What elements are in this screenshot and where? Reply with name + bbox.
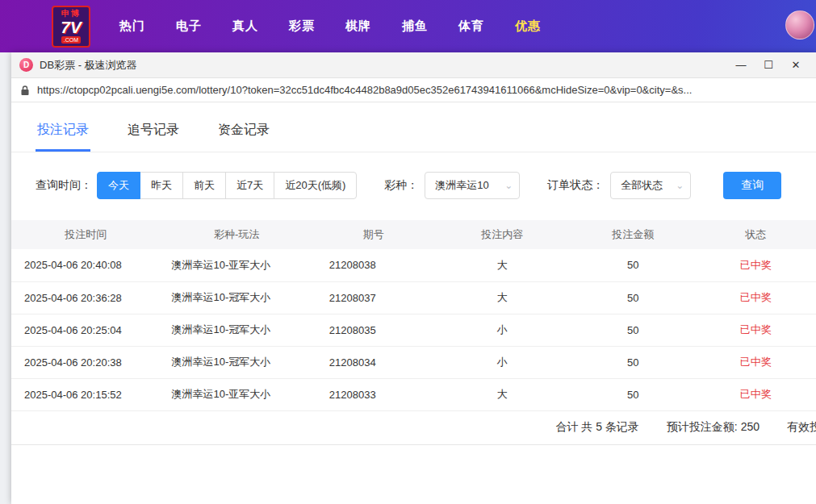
browser-tab-icon: D	[19, 58, 33, 72]
header-status: 状态	[695, 220, 816, 249]
cell-bet-content: 小	[433, 314, 570, 346]
url-bar[interactable]: https://ctopcp02pcali.uengi5e.com/lotter…	[11, 78, 816, 102]
summary-valid-amount: 有效投注金额	[787, 420, 816, 435]
summary-bar: 合计 共 5 条记录 预计投注金额: 250 有效投注金额	[11, 411, 816, 445]
header-issue: 期号	[313, 220, 434, 249]
site-nav-items: 热门 电子 真人 彩票 棋牌 捕鱼 体育 优惠	[119, 19, 541, 34]
close-button[interactable]: ✕	[784, 55, 808, 76]
cell-bet-content: 大	[433, 249, 570, 281]
cell-bet-time: 2025-04-06 20:20:38	[11, 346, 160, 378]
cell-bet-content: 大	[433, 378, 570, 410]
cell-lottery-play: 澳洲幸运10-冠军大小	[160, 314, 312, 346]
header-bet-amount: 投注金额	[571, 220, 696, 249]
cell-bet-content: 小	[433, 346, 570, 378]
table-row: 2025-04-06 20:20:38 澳洲幸运10-冠军大小 21208034…	[11, 346, 816, 378]
chevron-down-icon: ⌄	[504, 180, 513, 191]
order-status-value: 全部状态	[621, 178, 663, 193]
logo-brand-main: 7V	[61, 19, 82, 35]
cell-bet-time: 2025-04-06 20:36:28	[11, 281, 160, 314]
site-nav: 申博 7V .COM 热门 电子 真人 彩票 棋牌 捕鱼 体育 优惠	[0, 0, 816, 52]
lottery-filter: 彩种： 澳洲幸运10 ⌄	[384, 172, 520, 199]
cell-bet-amount: 50	[571, 281, 696, 314]
cell-bet-amount: 50	[571, 314, 696, 346]
bet-records-table: 投注时间 彩种-玩法 期号 投注内容 投注金额 状态 2025-04-06 20…	[11, 220, 816, 411]
url-text[interactable]: https://ctopcp02pcali.uengi5e.com/lotter…	[37, 84, 692, 96]
time-option-7days[interactable]: 近7天	[225, 172, 274, 199]
cell-issue: 21208034	[313, 346, 434, 378]
table-row: 2025-04-06 20:40:08 澳洲幸运10-亚军大小 21208038…	[11, 249, 816, 281]
nav-item-live[interactable]: 真人	[232, 19, 258, 34]
cell-lottery-play: 澳洲幸运10-冠军大小	[160, 281, 312, 314]
table-row: 2025-04-06 20:36:28 澳洲幸运10-冠军大小 21208037…	[11, 281, 816, 314]
user-avatar[interactable]	[785, 10, 814, 40]
table-row: 2025-04-06 20:25:04 澳洲幸运10-冠军大小 21208035…	[11, 314, 816, 346]
cell-bet-amount: 50	[571, 378, 696, 410]
status-filter-label: 订单状态：	[547, 178, 604, 193]
cell-lottery-play: 澳洲幸运10-亚军大小	[160, 378, 312, 410]
cell-bet-time: 2025-04-06 20:15:52	[11, 378, 160, 410]
cell-bet-time: 2025-04-06 20:25:04	[11, 314, 160, 346]
time-option-today[interactable]: 今天	[97, 172, 140, 199]
nav-item-board[interactable]: 棋牌	[345, 19, 371, 34]
maximize-button[interactable]: ☐	[756, 55, 780, 76]
summary-expected-amount: 预计投注金额: 250	[667, 420, 760, 435]
order-status-select[interactable]: 全部状态 ⌄	[610, 172, 691, 199]
record-tabs: 投注记录 追号记录 资金记录	[11, 109, 816, 152]
status-badge: 已中奖	[695, 346, 816, 378]
cell-bet-content: 大	[433, 281, 570, 314]
nav-item-lottery[interactable]: 彩票	[289, 19, 315, 34]
nav-item-electronic[interactable]: 电子	[176, 19, 202, 34]
header-lottery-play: 彩种-玩法	[160, 220, 312, 249]
cell-issue: 21208035	[313, 314, 434, 346]
table-header-row: 投注时间 彩种-玩法 期号 投注内容 投注金额 状态	[11, 220, 816, 249]
cell-lottery-play: 澳洲幸运10-亚军大小	[160, 249, 312, 281]
minimize-button[interactable]: —	[729, 55, 753, 76]
time-option-daybefore[interactable]: 前天	[182, 172, 226, 199]
window-title: DB彩票 - 极速浏览器	[40, 58, 729, 73]
time-option-yesterday[interactable]: 昨天	[140, 172, 183, 199]
time-filter-label: 查询时间：	[36, 178, 92, 193]
browser-titlebar: D DB彩票 - 极速浏览器 — ☐ ✕	[11, 52, 816, 78]
status-badge: 已中奖	[695, 249, 816, 281]
cell-bet-amount: 50	[571, 346, 696, 378]
cell-lottery-play: 澳洲幸运10-冠军大小	[160, 346, 312, 378]
nav-item-hot[interactable]: 热门	[119, 19, 145, 34]
time-option-20days[interactable]: 近20天(低频)	[274, 172, 357, 199]
browser-window: D DB彩票 - 极速浏览器 — ☐ ✕ https://ctopcp02pca…	[11, 52, 816, 504]
cell-issue: 21208038	[313, 249, 434, 281]
status-filter: 订单状态： 全部状态 ⌄	[547, 172, 691, 199]
lottery-select[interactable]: 澳洲幸运10 ⌄	[425, 172, 520, 199]
header-bet-time: 投注时间	[11, 220, 160, 249]
filter-bar: 查询时间： 今天 昨天 前天 近7天 近20天(低频) 彩种： 澳洲幸运10 ⌄…	[11, 152, 816, 215]
table-row: 2025-04-06 20:15:52 澳洲幸运10-亚军大小 21208033…	[11, 378, 816, 410]
summary-total-records: 合计 共 5 条记录	[555, 420, 638, 435]
cell-issue: 21208037	[313, 281, 434, 314]
cell-bet-time: 2025-04-06 20:40:08	[11, 249, 160, 281]
tab-fund-records[interactable]: 资金记录	[216, 109, 271, 152]
site-logo[interactable]: 申博 7V .COM	[52, 6, 90, 48]
tab-chase-records[interactable]: 追号记录	[126, 109, 181, 152]
status-badge: 已中奖	[695, 378, 816, 410]
nav-item-promo[interactable]: 优惠	[515, 19, 541, 34]
lock-icon	[19, 85, 31, 96]
nav-item-sports[interactable]: 体育	[458, 19, 484, 34]
header-bet-content: 投注内容	[433, 220, 570, 249]
cell-issue: 21208033	[313, 378, 434, 410]
lottery-select-value: 澳洲幸运10	[435, 178, 488, 193]
nav-item-fishing[interactable]: 捕鱼	[402, 19, 428, 34]
logo-brand-top: 申博	[61, 10, 81, 18]
tab-bet-records[interactable]: 投注记录	[36, 109, 90, 152]
chevron-down-icon: ⌄	[676, 180, 684, 191]
time-range-group: 今天 昨天 前天 近7天 近20天(低频)	[97, 172, 357, 199]
lottery-filter-label: 彩种：	[384, 178, 418, 193]
logo-brand-bottom: .COM	[61, 36, 81, 44]
status-badge: 已中奖	[695, 314, 816, 346]
status-badge: 已中奖	[695, 281, 816, 314]
cell-bet-amount: 50	[571, 249, 696, 281]
window-controls: — ☐ ✕	[729, 55, 808, 76]
query-button[interactable]: 查询	[723, 172, 781, 199]
